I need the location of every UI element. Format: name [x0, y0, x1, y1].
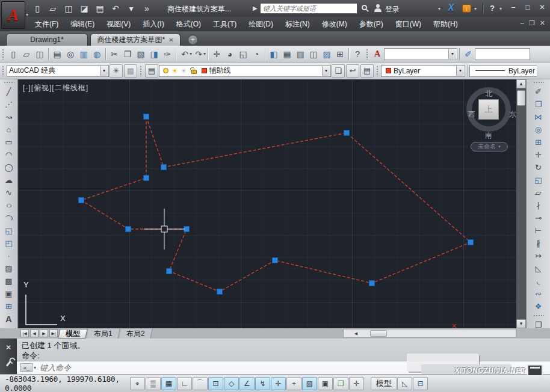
status-toggle-ortho-mode[interactable]: ∟: [177, 377, 192, 390]
status-toggle-annotation-monitor[interactable]: ✛: [349, 377, 364, 390]
help-icon[interactable]: ?: [490, 4, 495, 13]
chamfer-icon[interactable]: ◺: [532, 262, 545, 275]
toolbar-grip[interactable]: [140, 66, 143, 76]
next-tab-icon[interactable]: ▶: [40, 329, 48, 337]
new-icon[interactable]: ▯: [7, 48, 20, 60]
menu-file[interactable]: 文件(F): [29, 17, 64, 32]
trim-icon[interactable]: ∤: [532, 199, 545, 212]
title-flyout-icon[interactable]: ▶: [253, 5, 258, 11]
viewcube-top-face[interactable]: 上: [478, 99, 499, 120]
scroll-left-icon[interactable]: ◀: [352, 330, 360, 337]
layer-vp-freeze-icon[interactable]: ☀: [181, 67, 187, 75]
a360-icon[interactable]: ↓: [462, 4, 471, 13]
undo-dropdown-icon[interactable]: ▾: [125, 2, 137, 14]
help-search-box[interactable]: [260, 3, 357, 14]
menu-edit[interactable]: 编辑(E): [64, 17, 100, 32]
construction-line-icon[interactable]: ⋰: [2, 98, 16, 111]
menu-parametric[interactable]: 参数(P): [353, 17, 389, 32]
toolbar-grip[interactable]: [366, 49, 369, 60]
file-tab-drawing1[interactable]: Drawing1*: [6, 33, 88, 46]
qat-more-icon[interactable]: »: [141, 2, 153, 14]
save-icon[interactable]: ◫: [33, 48, 46, 60]
mirror-icon[interactable]: ⋈: [532, 111, 545, 123]
extend-icon[interactable]: ⊸: [532, 212, 545, 224]
spline-icon[interactable]: ∿: [2, 186, 16, 199]
print-preview-icon[interactable]: ◎: [64, 48, 77, 60]
status-toggle-polar-tracking[interactable]: ⌒: [193, 377, 208, 390]
cut-icon[interactable]: ✂: [108, 48, 121, 60]
offset-icon[interactable]: ◎: [532, 123, 545, 136]
open-icon[interactable]: ▱: [20, 48, 33, 60]
layer-on-bulb-icon[interactable]: [163, 68, 168, 73]
exchange-apps-icon[interactable]: X: [448, 2, 454, 13]
vertical-scrollbar[interactable]: ▲ ▼: [516, 79, 526, 328]
menu-tools[interactable]: 工具(T): [207, 17, 243, 32]
annotation-style-icon[interactable]: A: [371, 48, 384, 60]
quick-calc-icon[interactable]: ⊞: [333, 48, 347, 60]
properties-icon[interactable]: ◧: [267, 48, 280, 60]
command-prompt-icon[interactable]: >_: [20, 363, 32, 372]
open-icon[interactable]: ▱: [47, 2, 59, 14]
mtext-icon[interactable]: A: [2, 313, 16, 325]
sheet-set-icon[interactable]: ◫: [307, 48, 320, 60]
workspace-combo[interactable]: AutoCAD 经典 ▾: [7, 65, 109, 77]
status-toggle-object-snap-tracking[interactable]: ∠: [239, 377, 255, 390]
status-toggle-selection-cycling[interactable]: ❐: [333, 377, 348, 390]
application-menu-button[interactable]: A: [1, 1, 25, 29]
last-tab-icon[interactable]: ▶|: [49, 329, 58, 337]
drawing-canvas[interactable]: [-][俯视][二维线框] Y X 北 南 西 东 上 未命名 ▾: [18, 79, 516, 328]
hatch-icon[interactable]: ▨: [2, 262, 16, 275]
workspace-settings-gear-icon[interactable]: ✳: [110, 64, 123, 78]
viewcube-north-label[interactable]: 北: [485, 89, 492, 99]
status-toggle-dynamic-input[interactable]: ✛: [271, 377, 286, 390]
blend-icon[interactable]: ∾: [532, 287, 545, 300]
tab-close-icon[interactable]: ✕: [168, 37, 173, 43]
status-toggle-dynamic-ucs[interactable]: ↯: [255, 377, 270, 390]
annotation-scale-icon[interactable]: ⊟: [413, 377, 428, 390]
gradient-icon[interactable]: ▩: [2, 275, 16, 287]
rotate-icon[interactable]: ↻: [532, 161, 545, 174]
break-at-point-icon[interactable]: ⊢: [532, 224, 545, 237]
command-customize-wrench-icon[interactable]: [5, 360, 11, 366]
join-icon[interactable]: ↣: [532, 250, 545, 262]
undo-icon[interactable]: ↶: [110, 2, 122, 14]
zoom-previous-icon[interactable]: ◔: [250, 48, 263, 60]
match-properties-icon[interactable]: ◨: [147, 48, 161, 60]
new-icon[interactable]: ▯: [31, 2, 43, 14]
user-icon[interactable]: [374, 4, 382, 12]
pan-icon[interactable]: ✛: [210, 48, 223, 60]
make-object-layer-icon[interactable]: ❏: [332, 64, 345, 78]
toolbar-grip[interactable]: [2, 49, 5, 60]
close-button[interactable]: ✕: [538, 3, 546, 11]
menu-draw[interactable]: 绘图(D): [243, 17, 279, 32]
save-icon[interactable]: ◫: [63, 2, 75, 14]
viewport-maximize-icon[interactable]: ◺: [397, 377, 412, 390]
help-dropdown-icon[interactable]: ▾: [499, 6, 502, 11]
help-icon[interactable]: ?: [351, 48, 364, 60]
viewcube-west-label[interactable]: 西: [468, 109, 475, 120]
fillet-icon[interactable]: ◟: [532, 275, 545, 287]
toolbar-grip[interactable]: [376, 66, 379, 76]
stretch-icon[interactable]: ▱: [532, 186, 545, 199]
tool-palettes-icon[interactable]: ▥: [294, 48, 307, 60]
layer-previous-icon[interactable]: ↩: [346, 64, 359, 78]
status-toggle-snap-mode[interactable]: ▒: [146, 377, 161, 390]
vertical-scroll-thumb[interactable]: [517, 90, 525, 106]
new-tab-button[interactable]: +: [188, 35, 198, 45]
menu-modify[interactable]: 修改(M): [316, 17, 353, 32]
restore-button[interactable]: □: [524, 3, 532, 11]
command-prompt-dropdown-icon[interactable]: ▾: [34, 365, 36, 370]
layer-properties-icon[interactable]: ▤: [145, 64, 158, 78]
toolbar-grip[interactable]: [533, 81, 544, 84]
explode-icon[interactable]: ❖: [532, 300, 545, 313]
menu-insert[interactable]: 插入(I): [137, 17, 170, 32]
viewcube-south-label[interactable]: 南: [485, 130, 492, 141]
break-icon[interactable]: ∦: [532, 237, 545, 250]
command-close-icon[interactable]: ✕: [5, 343, 11, 352]
match-cell-icon[interactable]: ✑: [161, 48, 174, 60]
erase-icon[interactable]: ✐: [532, 85, 545, 98]
status-toggle-infer-constraints[interactable]: ⌖: [130, 377, 145, 390]
status-toggle-lineweight[interactable]: +: [286, 377, 301, 390]
combo-dropdown-icon[interactable]: ▾: [100, 66, 108, 76]
combo-dropdown-icon[interactable]: ▾: [448, 49, 456, 59]
